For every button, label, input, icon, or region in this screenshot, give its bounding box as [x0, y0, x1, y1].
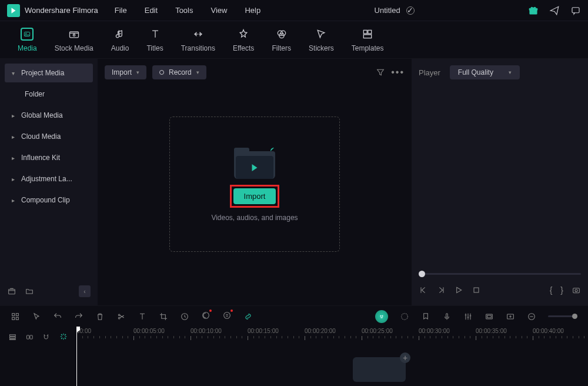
- filter-icon[interactable]: [376, 68, 385, 77]
- app-logo: Wondershare Filmora: [7, 4, 98, 17]
- more-options-button[interactable]: •••: [391, 67, 405, 78]
- import-dropdown[interactable]: Import ▾: [105, 65, 146, 79]
- feedback-icon[interactable]: [570, 5, 581, 16]
- track-manage-icon[interactable]: [8, 332, 17, 342]
- snapshot-button[interactable]: [572, 285, 581, 295]
- save-status-icon: ✓: [406, 6, 415, 15]
- text-tool-button[interactable]: [138, 312, 147, 321]
- svg-rect-34: [9, 335, 15, 336]
- filters-icon: [275, 28, 288, 41]
- collapse-sidebar-button[interactable]: ‹: [79, 285, 91, 297]
- placeholder-clip[interactable]: +: [353, 357, 406, 382]
- svg-rect-13: [9, 290, 15, 294]
- ai-tool-button[interactable]: [222, 311, 232, 320]
- import-button[interactable]: Import: [233, 188, 276, 204]
- tab-stock-media[interactable]: Stock Media: [55, 28, 93, 52]
- add-clip-icon[interactable]: +: [400, 352, 410, 363]
- tab-titles[interactable]: Titles: [146, 28, 163, 52]
- svg-rect-31: [487, 315, 492, 318]
- player-viewport: [419, 81, 581, 268]
- svg-point-27: [382, 315, 383, 317]
- sidebar-item-cloud-media[interactable]: ▸Cloud Media: [5, 127, 93, 146]
- menu-help[interactable]: Help: [245, 6, 260, 15]
- tab-stickers[interactable]: Stickers: [309, 28, 334, 52]
- templates-icon: [361, 28, 374, 41]
- timeline-ruler[interactable]: 00:0000:00:05:0000:00:10:0000:00:15:0000…: [76, 327, 588, 386]
- track-link-icon[interactable]: [25, 332, 34, 342]
- record-dropdown[interactable]: Record ▾: [152, 65, 206, 79]
- player-progress-slider[interactable]: [419, 268, 581, 279]
- media-icon: [21, 28, 34, 41]
- zoom-out-button[interactable]: [527, 312, 536, 321]
- app-name: Wondershare Filmora: [25, 6, 98, 15]
- crop-button[interactable]: [159, 312, 168, 321]
- auto-ripple-icon[interactable]: [59, 332, 68, 341]
- timeline-track-header: [0, 327, 76, 386]
- mark-in-button[interactable]: {: [550, 285, 553, 295]
- sidebar-item-label: Project Media: [21, 69, 64, 77]
- prev-frame-button[interactable]: [419, 285, 428, 295]
- speed-button[interactable]: [180, 312, 189, 321]
- menu-view[interactable]: View: [211, 6, 227, 15]
- menu-tools[interactable]: Tools: [175, 6, 193, 15]
- magnet-icon[interactable]: [42, 332, 51, 342]
- playhead[interactable]: [76, 327, 77, 386]
- marker-icon[interactable]: [421, 312, 430, 321]
- play-button[interactable]: [454, 285, 463, 295]
- quality-dropdown[interactable]: Full Quality ▾: [450, 65, 520, 79]
- import-dropzone[interactable]: Import Videos, audios, and images: [169, 117, 340, 252]
- download-arrow-icon: [267, 139, 281, 155]
- audio-mixer-icon[interactable]: [463, 312, 473, 321]
- menu-file[interactable]: File: [115, 6, 127, 15]
- sidebar-item-influence-kit[interactable]: ▸Influence Kit: [5, 148, 93, 167]
- ruler-label: 00:00:35:00: [476, 328, 507, 334]
- color-button[interactable]: [201, 311, 211, 320]
- ai-assistant-button[interactable]: [375, 310, 388, 323]
- tab-effects[interactable]: Effects: [233, 28, 254, 52]
- sidebar-item-compound-clip[interactable]: ▸Compound Clip: [5, 191, 93, 209]
- voiceover-icon[interactable]: [442, 312, 452, 321]
- ruler-label: 00:00:40:00: [533, 328, 564, 334]
- link-button[interactable]: [243, 312, 253, 321]
- send-icon[interactable]: [549, 5, 560, 16]
- menu-edit[interactable]: Edit: [145, 6, 158, 15]
- tab-templates-label: Templates: [352, 44, 384, 52]
- svg-rect-5: [69, 31, 78, 37]
- next-frame-button[interactable]: [436, 285, 446, 295]
- timeline-toolbar: [0, 305, 588, 327]
- export-frame-icon[interactable]: [506, 312, 515, 321]
- tab-titles-label: Titles: [146, 44, 163, 52]
- pointer-icon[interactable]: [32, 312, 41, 321]
- stop-button[interactable]: [472, 285, 481, 295]
- svg-rect-2: [572, 7, 579, 12]
- gift-icon[interactable]: [528, 5, 539, 16]
- new-folder-icon[interactable]: [25, 287, 34, 296]
- render-icon[interactable]: [485, 312, 494, 321]
- redo-button[interactable]: [74, 312, 83, 321]
- new-bin-icon[interactable]: [7, 287, 16, 296]
- sidebar-item-adjustment-layer[interactable]: ▸Adjustment La...: [5, 169, 93, 188]
- layout-icon[interactable]: [11, 312, 20, 321]
- delete-button[interactable]: [95, 312, 105, 321]
- sidebar-item-project-media[interactable]: ▾Project Media: [5, 64, 93, 82]
- svg-rect-35: [9, 337, 15, 338]
- tab-audio[interactable]: Audio: [111, 28, 129, 52]
- split-button[interactable]: [116, 312, 126, 321]
- zoom-slider[interactable]: [548, 315, 577, 317]
- tab-templates[interactable]: Templates: [352, 28, 384, 52]
- tab-filters[interactable]: Filters: [272, 28, 291, 52]
- svg-rect-14: [474, 288, 479, 292]
- svg-rect-10: [363, 30, 367, 34]
- document-title[interactable]: Untitled: [375, 6, 400, 15]
- record-dot-icon: [159, 70, 164, 75]
- tab-transitions[interactable]: Transitions: [181, 28, 215, 52]
- tab-media-label: Media: [18, 44, 37, 52]
- mixer-icon[interactable]: [400, 312, 409, 321]
- tab-filters-label: Filters: [272, 44, 291, 52]
- undo-button[interactable]: [53, 312, 62, 321]
- mark-out-button[interactable]: }: [560, 285, 563, 295]
- transitions-icon: [192, 28, 205, 41]
- sidebar-item-folder[interactable]: Folder: [5, 85, 93, 104]
- sidebar-item-global-media[interactable]: ▸Global Media: [5, 106, 93, 125]
- tab-media[interactable]: Media: [18, 28, 37, 52]
